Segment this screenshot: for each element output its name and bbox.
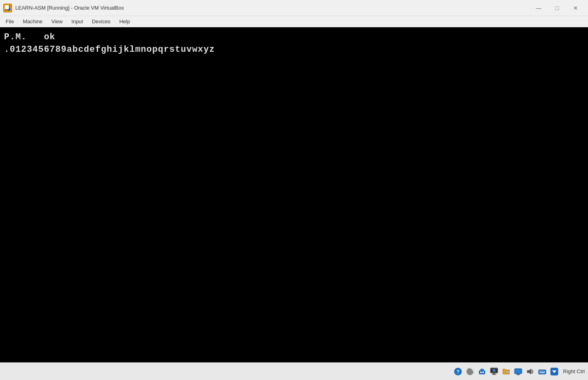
- arrow-down-icon[interactable]: [549, 366, 560, 377]
- svg-rect-4: [8, 5, 10, 7]
- cd-icon[interactable]: [464, 366, 476, 377]
- terminal-line-1: P.M. ok: [4, 31, 215, 44]
- usb-icon[interactable]: [476, 366, 488, 377]
- network-icon[interactable]: [488, 366, 500, 377]
- svg-rect-32: [542, 371, 543, 372]
- right-ctrl-label: Right Ctrl: [563, 368, 585, 374]
- menu-devices[interactable]: Devices: [88, 17, 114, 26]
- svg-marker-28: [527, 369, 531, 374]
- svg-rect-13: [482, 372, 484, 373]
- question-icon[interactable]: ?: [452, 366, 464, 377]
- svg-rect-33: [543, 371, 545, 372]
- svg-rect-16: [493, 373, 495, 374]
- svg-rect-11: [480, 369, 483, 371]
- vm-screen[interactable]: P.M. ok .0123456789abcdefghijklmnopqrstu…: [0, 27, 588, 362]
- svg-rect-1: [5, 5, 8, 8]
- svg-rect-29: [539, 370, 546, 374]
- menu-help[interactable]: Help: [115, 17, 134, 26]
- svg-rect-26: [517, 374, 519, 374]
- terminal-line-2: .0123456789abcdefghijklmnopqrstuvwxyz: [4, 44, 215, 56]
- menu-input[interactable]: Input: [67, 17, 87, 26]
- svg-rect-3: [5, 9, 6, 10]
- audio-icon[interactable]: [525, 366, 536, 377]
- close-button[interactable]: ✕: [566, 2, 585, 14]
- window-controls: — □ ✕: [529, 2, 585, 14]
- svg-rect-31: [541, 371, 542, 372]
- window-title: LEARN-ASM [Running] - Oracle VM VirtualB…: [15, 5, 124, 11]
- svg-text:?: ?: [456, 368, 460, 374]
- menu-view[interactable]: View: [47, 17, 67, 26]
- menu-file[interactable]: File: [2, 17, 18, 26]
- terminal-content: P.M. ok .0123456789abcdefghijklmnopqrstu…: [4, 31, 215, 56]
- status-icons-group: ?: [452, 366, 560, 377]
- status-bar: ?: [0, 362, 588, 380]
- keyboard-icon[interactable]: [537, 366, 548, 377]
- app-icon: [3, 4, 12, 12]
- display-icon[interactable]: [513, 366, 524, 377]
- menu-bar: File Machine View Input Devices Help: [0, 16, 588, 27]
- svg-rect-27: [516, 374, 520, 375]
- maximize-button[interactable]: □: [548, 2, 566, 14]
- svg-rect-34: [539, 372, 545, 373]
- title-bar-left: LEARN-ASM [Running] - Oracle VM VirtualB…: [3, 4, 124, 12]
- shared-folders-icon[interactable]: [501, 366, 512, 377]
- title-bar: LEARN-ASM [Running] - Oracle VM VirtualB…: [0, 0, 588, 16]
- svg-rect-30: [539, 371, 541, 372]
- svg-rect-12: [480, 372, 482, 373]
- minimize-button[interactable]: —: [529, 2, 548, 14]
- menu-machine[interactable]: Machine: [19, 17, 47, 26]
- svg-rect-2: [7, 8, 10, 10]
- svg-rect-25: [515, 369, 521, 373]
- svg-rect-17: [492, 374, 496, 375]
- svg-point-9: [469, 371, 470, 372]
